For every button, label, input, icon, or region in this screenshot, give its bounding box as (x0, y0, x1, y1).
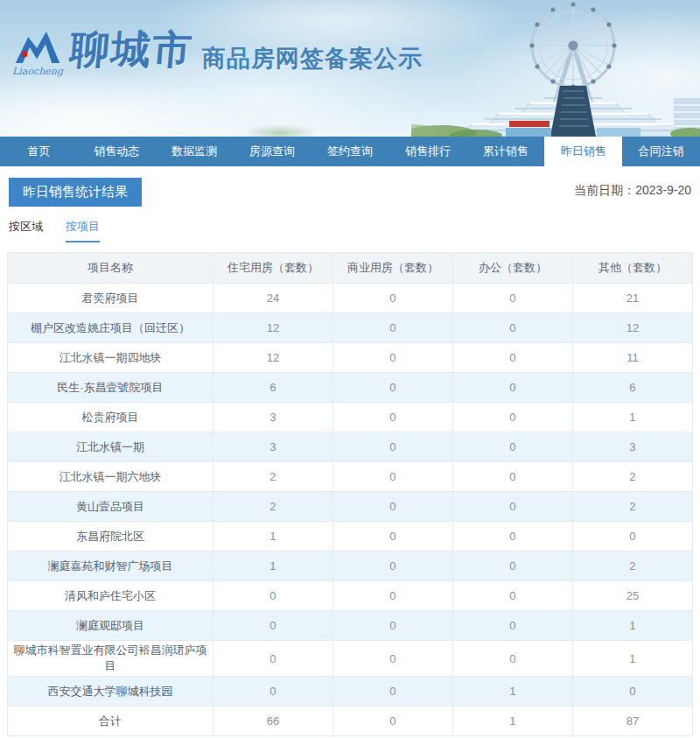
project-name-cell: 澜庭嘉苑和财智广场项目 (8, 552, 214, 581)
table-row: 澜庭观邸项目0001 (8, 611, 693, 641)
project-name-cell: 澜庭观邸项目 (8, 611, 214, 641)
count-cell: 0 (452, 492, 572, 522)
count-cell: 3 (213, 432, 332, 462)
nav-item-signing-query[interactable]: 签约查询 (312, 137, 389, 166)
table-row: 黄山壹品项目2002 (8, 492, 693, 522)
table-row: 东昌府院北区1000 (8, 522, 693, 552)
count-cell: 0 (452, 343, 572, 373)
count-cell: 2 (572, 552, 692, 581)
count-cell: 0 (452, 373, 572, 403)
page-root: Liaocheng 聊城市 商品房网签备案公示 首页销售动态数据监测房源查询签约… (0, 0, 700, 738)
count-cell: 0 (332, 313, 452, 343)
city-title: 聊城市 (68, 30, 195, 69)
tab-by-project[interactable]: 按项目 (66, 219, 100, 242)
count-cell: 1 (213, 522, 332, 552)
table-row: 棚户区改造姚庄项目（回迁区）120012 (8, 313, 693, 343)
logo-script: Liaocheng (12, 66, 63, 77)
table-row: 清风和庐住宅小区00025 (8, 581, 693, 611)
count-cell: 0 (452, 403, 572, 432)
liaocheng-logo-icon (14, 30, 61, 65)
table-row: 松贵府项目3001 (8, 403, 693, 432)
count-cell: 0 (452, 552, 572, 581)
count-cell: 0 (332, 581, 452, 611)
count-cell: 87 (572, 706, 692, 736)
table-row: 君奕府项目240021 (8, 284, 693, 313)
project-name-cell: 江北水镇一期 (8, 432, 214, 462)
table-header-row: 项目名称住宅用房（套数）商业用房（套数）办公（套数）其他（套数） (8, 253, 693, 284)
count-cell: 0 (213, 611, 332, 641)
main-nav: 首页销售动态数据监测房源查询签约查询销售排行累计销售昨日销售合同注销 (0, 137, 700, 166)
column-header: 办公（套数） (452, 253, 572, 284)
nav-item-contract-cancel[interactable]: 合同注销 (622, 137, 700, 166)
nav-item-sales-rank[interactable]: 销售排行 (388, 137, 466, 166)
count-cell: 0 (213, 641, 332, 677)
count-cell: 0 (332, 611, 452, 641)
column-header: 其他（套数） (572, 253, 692, 284)
count-cell: 2 (572, 492, 692, 522)
count-cell: 0 (332, 462, 452, 492)
project-name-cell: 合计 (8, 706, 214, 736)
tab-by-region[interactable]: 按区域 (9, 219, 43, 242)
brand: Liaocheng 聊城市 商品房网签备案公示 (12, 30, 423, 77)
project-name-cell: 江北水镇一期四地块 (8, 343, 214, 373)
site-header: Liaocheng 聊城市 商品房网签备案公示 (0, 0, 700, 137)
table-row: 江北水镇一期六地块2002 (8, 462, 693, 492)
project-name-cell: 松贵府项目 (8, 403, 214, 432)
count-cell: 0 (452, 641, 572, 677)
count-cell: 0 (332, 492, 452, 522)
count-cell: 0 (332, 343, 452, 373)
project-name-cell: 黄山壹品项目 (8, 492, 214, 522)
table-row: 江北水镇一期3003 (8, 432, 693, 462)
site-title: 商品房网签备案公示 (202, 43, 423, 74)
count-cell: 2 (572, 462, 692, 492)
column-header: 住宅用房（套数） (213, 253, 332, 284)
nav-item-sales-trends[interactable]: 销售动态 (78, 137, 156, 166)
project-name-cell: 君奕府项目 (8, 284, 214, 313)
count-cell: 0 (332, 677, 452, 706)
nav-item-home[interactable]: 首页 (0, 137, 78, 166)
count-cell: 3 (213, 403, 332, 432)
count-cell: 0 (452, 522, 572, 552)
count-cell: 1 (452, 677, 572, 706)
current-date-value: 2023-9-20 (635, 183, 691, 197)
table-row: 民生·东昌壹號院项目6006 (8, 373, 693, 403)
count-cell: 12 (213, 343, 332, 373)
count-cell: 6 (213, 373, 332, 403)
current-date: 当前日期：2023-9-20 (574, 178, 693, 199)
project-name-cell: 东昌府院北区 (8, 522, 214, 552)
nav-item-data-monitor[interactable]: 数据监测 (156, 137, 234, 166)
count-cell: 0 (332, 552, 452, 581)
nav-item-total-sales[interactable]: 累计销售 (466, 137, 544, 166)
view-tabs: 按区域按项目 (7, 207, 693, 242)
count-cell: 0 (572, 677, 692, 706)
count-cell: 1 (572, 641, 692, 677)
count-cell: 0 (452, 432, 572, 462)
distant-trees (232, 119, 328, 137)
nav-item-yesterday-sales[interactable]: 昨日销售 (544, 137, 622, 166)
count-cell: 0 (452, 611, 572, 641)
count-cell: 0 (452, 462, 572, 492)
count-cell: 0 (452, 284, 572, 313)
logo-wrap: Liaocheng (12, 30, 63, 77)
count-cell: 2 (213, 462, 332, 492)
count-cell: 3 (572, 432, 692, 462)
count-cell: 0 (332, 522, 452, 552)
project-name-cell: 江北水镇一期六地块 (8, 462, 214, 492)
count-cell: 1 (213, 552, 332, 581)
current-date-label: 当前日期： (574, 183, 635, 197)
count-cell: 66 (213, 706, 332, 736)
table-row: 西安交通大学聊城科技园0010 (8, 677, 693, 706)
project-name-cell: 聊城市科智置业有限公司裕昌润珺庐项目 (8, 641, 214, 677)
count-cell: 1 (452, 706, 572, 736)
project-name-cell: 棚户区改造姚庄项目（回迁区） (8, 313, 214, 343)
count-cell: 0 (213, 581, 332, 611)
count-cell: 0 (332, 432, 452, 462)
count-cell: 0 (213, 677, 332, 706)
content: 昨日销售统计结果 当前日期：2023-9-20 按区域按项目 项目名称住宅用房（… (0, 166, 700, 738)
column-header: 项目名称 (8, 253, 214, 284)
count-cell: 0 (332, 706, 452, 736)
project-name-cell: 清风和庐住宅小区 (8, 581, 214, 611)
count-cell: 12 (572, 313, 692, 343)
count-cell: 2 (213, 492, 332, 522)
nav-item-listing-query[interactable]: 房源查询 (234, 137, 312, 166)
